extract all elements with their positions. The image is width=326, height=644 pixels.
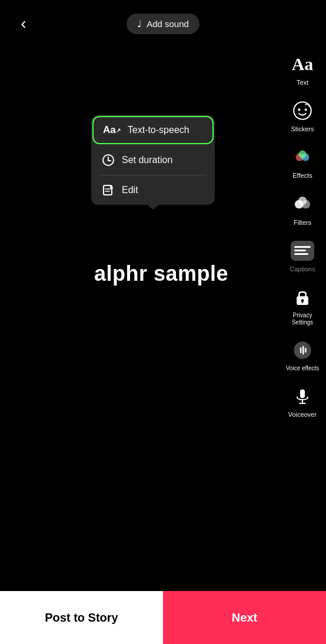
edit-icon (102, 184, 115, 197)
voice-icon (290, 338, 315, 363)
right-toolbar: Aa Text Stickers Effects (279, 41, 326, 429)
tool-item-stickers[interactable]: Stickers (282, 94, 323, 138)
set-duration-label: Set duration (122, 155, 172, 165)
filters-icon (290, 192, 315, 217)
text-overlay[interactable]: alphr sample (82, 253, 240, 294)
filters-label: Filters (294, 219, 311, 227)
text-to-speech-icon: Aa↗ (103, 124, 121, 136)
next-button[interactable]: Next (163, 591, 326, 644)
tool-item-voiceover[interactable]: Voiceover (282, 379, 323, 423)
tool-item-effects[interactable]: Effects (282, 140, 323, 184)
svg-rect-14 (302, 346, 304, 355)
back-button[interactable]: ‹ (12, 12, 35, 35)
svg-rect-13 (300, 347, 301, 353)
svg-point-5 (298, 151, 306, 158)
edit-label: Edit (122, 185, 138, 195)
svg-point-1 (298, 109, 300, 111)
text-label: Text (297, 79, 308, 87)
tool-item-captions[interactable]: Captions (282, 234, 323, 278)
svg-rect-15 (305, 348, 306, 353)
captions-icon (290, 238, 315, 263)
tool-item-voice[interactable]: Voice effects (282, 333, 323, 377)
svg-point-2 (305, 109, 307, 111)
privacy-label: Privacy Settings (284, 312, 321, 326)
tool-item-privacy[interactable]: Privacy Settings (282, 280, 323, 331)
tool-item-filters[interactable]: Filters (282, 187, 323, 231)
text-overlay-content: alphr sample (94, 261, 228, 286)
bottom-bar: Post to Story Next (0, 591, 326, 644)
stickers-icon (290, 98, 315, 123)
top-bar: ‹ ♩ Add sound (0, 0, 326, 47)
add-sound-button[interactable]: ♩ Add sound (127, 14, 199, 34)
effects-icon (290, 145, 315, 170)
voice-label: Voice effects (286, 365, 320, 372)
menu-item-set-duration[interactable]: Set duration (91, 145, 215, 175)
voiceover-label: Voiceover (288, 411, 317, 419)
tool-item-text[interactable]: Aa Text (282, 47, 323, 91)
post-story-button[interactable]: Post to Story (0, 591, 163, 644)
context-menu: Aa↗ Text-to-speech Set duration Edit (91, 115, 215, 205)
privacy-icon (290, 285, 315, 310)
effects-label: Effects (292, 172, 312, 180)
text-icon: Aa (290, 52, 315, 77)
svg-point-8 (298, 196, 307, 205)
svg-rect-16 (300, 389, 305, 398)
clock-icon (102, 154, 115, 167)
add-sound-label: Add sound (147, 19, 189, 29)
stickers-label: Stickers (291, 125, 314, 133)
text-to-speech-label: Text-to-speech (128, 125, 189, 135)
voiceover-icon (290, 384, 315, 409)
captions-label: Captions (290, 265, 315, 273)
menu-item-edit[interactable]: Edit (91, 175, 215, 205)
menu-item-text-to-speech[interactable]: Aa↗ Text-to-speech (92, 116, 214, 144)
music-icon: ♩ (137, 18, 142, 29)
